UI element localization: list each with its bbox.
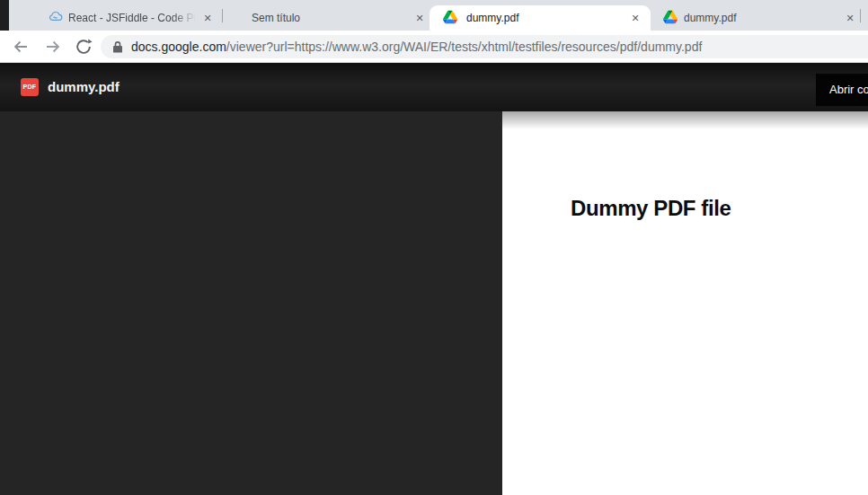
google-drive-icon — [663, 10, 678, 24]
browser-toolbar: docs.google.com/viewer?url=https://www.w… — [0, 31, 868, 63]
url-domain: docs.google.com — [131, 40, 226, 54]
open-with-button[interactable]: Abrir com — [816, 74, 868, 106]
google-drive-icon — [443, 10, 457, 24]
tab-strip: React - JSFiddle - Code Playground ✕ Sem… — [0, 0, 868, 31]
tab-jsfiddle[interactable]: React - JSFiddle - Code Playground ✕ — [9, 5, 221, 31]
lock-icon[interactable] — [112, 40, 123, 57]
viewer-file-title: dummy.pdf — [48, 63, 120, 111]
page-top-shadow — [502, 111, 868, 129]
tab-close-icon[interactable]: ✕ — [199, 10, 216, 26]
window-edge — [0, 0, 9, 31]
jsfiddle-cloud-icon — [49, 10, 63, 24]
tab-close-icon[interactable]: ✕ — [627, 10, 643, 26]
pdf-viewer-header: PDF dummy.pdf — [0, 63, 868, 111]
url-path: /viewer?url=https://www.w3.org/WAI/ER/te… — [226, 40, 702, 54]
pdf-file-icon: PDF — [21, 78, 39, 96]
tab-dummy-pdf-active[interactable]: dummy.pdf ✕ — [430, 5, 651, 31]
tab-title: React - JSFiddle - Code Playground — [68, 5, 196, 31]
tab-title: dummy.pdf — [466, 5, 601, 31]
pdf-heading: Dummy PDF file — [571, 196, 731, 221]
browser-window: React - JSFiddle - Code Playground ✕ Sem… — [0, 0, 868, 495]
tab-close-icon[interactable]: ✕ — [412, 10, 428, 26]
reload-icon[interactable] — [75, 38, 93, 56]
tab-divider — [860, 9, 861, 22]
tab-title: dummy.pdf — [684, 5, 819, 31]
address-bar[interactable]: docs.google.com/viewer?url=https://www.w… — [101, 35, 868, 58]
tab-dummy-pdf[interactable]: dummy.pdf ✕ — [651, 5, 861, 31]
tab-close-icon[interactable]: ✕ — [842, 10, 858, 26]
back-arrow-icon[interactable] — [12, 38, 30, 56]
pdf-page: Dummy PDF file — [502, 111, 868, 495]
forward-arrow-icon[interactable] — [44, 38, 62, 56]
tab-title: Sem título — [252, 5, 395, 31]
viewer-content-area: Dummy PDF file — [0, 111, 868, 495]
url-text: docs.google.com/viewer?url=https://www.w… — [131, 35, 702, 58]
tab-sem-titulo[interactable]: Sem título ✕ — [223, 5, 430, 31]
